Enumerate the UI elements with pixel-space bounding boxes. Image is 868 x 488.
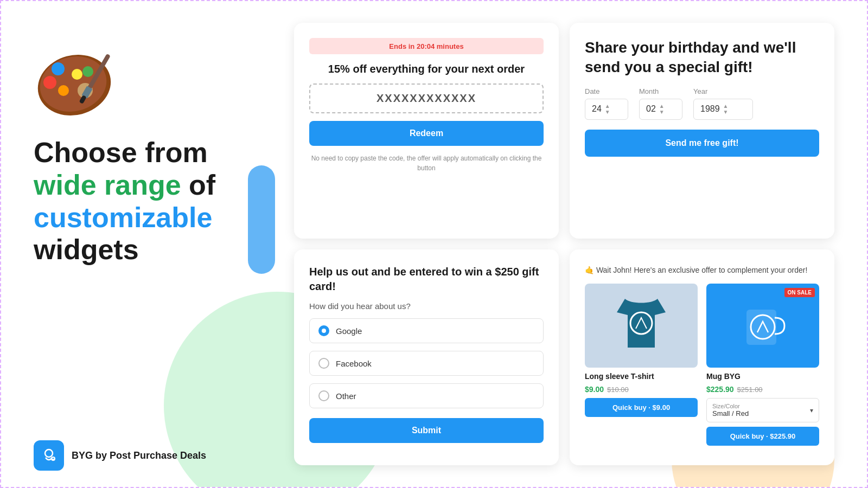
radio-circle-google [318,325,329,336]
date-field-group: Date 24 ▲ ▼ [585,87,628,120]
right-content: Ends in 20:04 minutes 15% off everything… [294,23,834,465]
radio-circle-other [318,390,329,401]
radio-label-facebook: Facebook [336,359,372,368]
product-mug: ON SALE Mug BYG $225.90 [706,284,819,446]
month-value: 02 [646,104,656,114]
radio-label-google: Google [336,326,362,336]
year-down-arrow[interactable]: ▼ [723,110,729,115]
date-value: 24 [592,104,602,114]
palette-icon [34,34,120,120]
month-label: Month [639,87,682,95]
mug-quick-buy-button[interactable]: Quick buy · $225.90 [706,427,819,446]
coupon-timer-bar: Ends in 20:04 minutes [309,38,544,54]
survey-widget: Help us out and be entered to win a $250… [294,249,559,465]
svg-point-3 [52,62,65,75]
tshirt-price-old: $10.00 [607,386,629,394]
coupon-headline: 15% off everything for your next order [328,62,525,76]
month-input[interactable]: 02 ▲ ▼ [639,99,682,120]
svg-point-6 [72,69,82,80]
send-gift-button[interactable]: Send me free gift! [585,130,819,157]
radio-option-google[interactable]: Google [309,318,544,343]
svg-point-14 [45,450,53,457]
size-color-select[interactable]: Size/Color Small / Red ▾ [706,398,819,422]
mug-prices: $225.90 $251.00 [706,385,819,394]
tshirt-prices: $9.00 $10.00 [585,385,698,394]
year-label: Year [693,87,753,95]
mug-name: Mug BYG [706,372,819,381]
coupon-code-box: XXXXXXXXXXXX [309,84,544,113]
logo-icon [34,440,64,471]
radio-option-facebook[interactable]: Facebook [309,351,544,376]
year-spinner[interactable]: ▲ ▼ [723,104,729,115]
on-sale-badge: ON SALE [784,288,815,297]
year-value: 1989 [700,104,720,114]
date-spinner[interactable]: ▲ ▼ [605,104,610,115]
month-down-arrow[interactable]: ▼ [659,110,665,115]
month-spinner[interactable]: ▲ ▼ [659,104,665,115]
upsell-products: Long sleeve T-shirt $9.00 $10.00 Quick b… [585,284,819,446]
date-down-arrow[interactable]: ▼ [605,110,610,115]
survey-question: How did you hear about us? [309,301,544,311]
birthday-fields: Date 24 ▲ ▼ Month 02 ▲ [585,87,819,120]
coupon-widget: Ends in 20:04 minutes 15% off everything… [294,23,559,239]
upsell-widget: 🤙 Wait John! Here's an exclusive offer t… [570,249,834,465]
survey-submit-button[interactable]: Submit [309,418,544,443]
hero-title: Choose from wide range of customizable w… [34,137,261,266]
product-tshirt: Long sleeve T-shirt $9.00 $10.00 Quick b… [585,284,698,446]
redeem-button[interactable]: Redeem [309,121,544,146]
size-color-value: Small / Red [712,409,749,418]
blue-connector [248,165,275,274]
mug-image: ON SALE [706,284,819,368]
month-field-group: Month 02 ▲ ▼ [639,87,682,120]
logo-text: BYG by Post Purchase Deals [72,450,206,461]
coupon-note: No need to copy paste the code, the offe… [309,153,544,173]
date-input[interactable]: 24 ▲ ▼ [585,99,628,120]
year-field-group: Year 1989 ▲ ▼ [693,87,753,120]
date-up-arrow[interactable]: ▲ [605,104,610,109]
svg-point-4 [43,76,56,89]
upsell-headline: 🤙 Wait John! Here's an exclusive offer t… [585,265,819,276]
date-label: Date [585,87,628,95]
radio-option-other[interactable]: Other [309,383,544,408]
year-up-arrow[interactable]: ▲ [723,104,729,109]
radio-circle-facebook [318,358,329,369]
birthday-headline: Share your birthday and we'll send you a… [585,38,819,78]
coupon-timer-text: Ends in 20:04 minutes [389,42,463,50]
survey-headline: Help us out and be entered to win a $250… [309,265,544,294]
svg-point-5 [58,85,69,96]
size-color-chevron-icon: ▾ [810,407,813,414]
tshirt-price-new: $9.00 [585,385,604,394]
year-input[interactable]: 1989 ▲ ▼ [693,99,753,120]
radio-label-other: Other [336,391,356,401]
month-up-arrow[interactable]: ▲ [659,104,665,109]
tshirt-quick-buy-button[interactable]: Quick buy · $9.00 [585,398,698,417]
birthday-widget: Share your birthday and we'll send you a… [570,23,834,239]
size-color-label: Size/Color [712,403,749,409]
bottom-logo: BYG by Post Purchase Deals [34,440,206,471]
tshirt-name: Long sleeve T-shirt [585,372,698,381]
svg-point-7 [82,66,93,77]
mug-price-new: $225.90 [706,385,734,394]
tshirt-image [585,284,698,368]
mug-price-old: $251.00 [737,386,763,394]
